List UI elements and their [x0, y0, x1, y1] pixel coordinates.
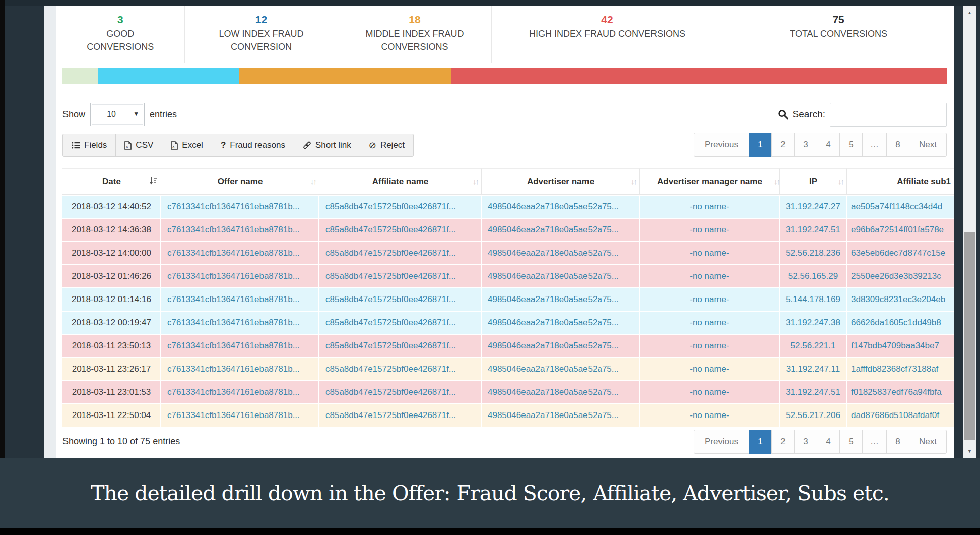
page-button-5[interactable]: 5: [839, 133, 863, 157]
page-button-8[interactable]: 8: [886, 133, 909, 157]
offer-link[interactable]: c7613341cfb13647161eba8781b...: [161, 335, 319, 357]
stat-label: TOTAL CONVERSIONS: [743, 27, 934, 40]
offer-link[interactable]: c7613341cfb13647161eba8781b...: [161, 265, 319, 287]
fields-button[interactable]: Fields: [62, 134, 116, 157]
ip-link[interactable]: 52.56.165.29: [780, 265, 847, 287]
reject-button[interactable]: ⊘ Reject: [360, 134, 414, 157]
page-button-1[interactable]: 1: [749, 430, 772, 454]
ip-link[interactable]: 5.144.178.169: [780, 288, 847, 311]
manager-link[interactable]: -no name-: [640, 219, 780, 241]
score-segment-middle-fraud: [239, 68, 451, 84]
advertiser-link[interactable]: 4985046eaa2a718e0a5ae52a75...: [482, 381, 640, 403]
column-header-date[interactable]: Date: [62, 168, 161, 195]
sub1-link[interactable]: dad87686d5108afdaf0f: [847, 404, 954, 427]
column-header-offer-name[interactable]: Offer name ↓↑: [161, 168, 319, 195]
manager-link[interactable]: -no name-: [640, 404, 780, 427]
ip-link[interactable]: 52.56.221.1: [780, 335, 847, 357]
page-button-2[interactable]: 2: [771, 133, 795, 157]
stat-value: 12: [205, 13, 318, 26]
sub1-link[interactable]: 66626da1605c1dd49b8: [847, 312, 954, 334]
offer-link[interactable]: c7613341cfb13647161eba8781b...: [161, 312, 319, 334]
search-input[interactable]: [830, 103, 947, 127]
column-header-advertiser-name[interactable]: Advertiser name ↓↑: [482, 168, 640, 195]
offer-link[interactable]: c7613341cfb13647161eba8781b...: [161, 288, 319, 311]
offer-link[interactable]: c7613341cfb13647161eba8781b...: [161, 358, 319, 380]
page-button-1[interactable]: 1: [749, 133, 772, 157]
csv-export-button[interactable]: x CSV: [115, 134, 162, 157]
page-button-5[interactable]: 5: [839, 430, 863, 454]
manager-link[interactable]: -no name-: [640, 358, 780, 380]
previous-page-button[interactable]: Previous: [694, 133, 749, 157]
advertiser-link[interactable]: 4985046eaa2a718e0a5ae52a75...: [482, 242, 640, 264]
next-page-button[interactable]: Next: [909, 430, 947, 454]
scroll-down-icon[interactable]: ▼: [963, 445, 976, 458]
ip-link[interactable]: 52.56.217.206: [780, 404, 847, 427]
advertiser-link[interactable]: 4985046eaa2a718e0a5ae52a75...: [482, 196, 640, 218]
offer-link[interactable]: c7613341cfb13647161eba8781b...: [161, 219, 319, 241]
affiliate-link[interactable]: c85a8db47e15725bf0ee426871f...: [319, 358, 482, 380]
advertiser-link[interactable]: 4985046eaa2a718e0a5ae52a75...: [482, 312, 640, 334]
affiliate-link[interactable]: c85a8db47e15725bf0ee426871f...: [319, 288, 482, 311]
ip-link[interactable]: 31.192.247.11: [780, 358, 847, 380]
manager-link[interactable]: -no name-: [640, 265, 780, 287]
offer-link[interactable]: c7613341cfb13647161eba8781b...: [161, 196, 319, 218]
fraud-reasons-button[interactable]: ? Fraud reasons: [212, 134, 294, 157]
page-button-3[interactable]: 3: [794, 430, 817, 454]
advertiser-link[interactable]: 4985046eaa2a718e0a5ae52a75...: [482, 358, 640, 380]
affiliate-link[interactable]: c85a8db47e15725bf0ee426871f...: [319, 219, 482, 241]
affiliate-link[interactable]: c85a8db47e15725bf0ee426871f...: [319, 404, 482, 427]
manager-link[interactable]: -no name-: [640, 242, 780, 264]
table-row: 2018-03-12 14:00:00 c7613341cfb13647161e…: [62, 242, 954, 264]
affiliate-link[interactable]: c85a8db47e15725bf0ee426871f...: [319, 312, 482, 334]
affiliate-link[interactable]: c85a8db47e15725bf0ee426871f...: [319, 196, 482, 218]
column-header-advertiser-manager-name[interactable]: Advertiser manager name ↓↑: [640, 168, 780, 195]
advertiser-link[interactable]: 4985046eaa2a718e0a5ae52a75...: [482, 288, 640, 311]
affiliate-link[interactable]: c85a8db47e15725bf0ee426871f...: [319, 265, 482, 287]
sub1-link[interactable]: f147bdb4709baa34be7: [847, 335, 954, 357]
column-header-ip[interactable]: IP ↓↑: [780, 168, 847, 195]
offer-link[interactable]: c7613341cfb13647161eba8781b...: [161, 404, 319, 427]
ip-link[interactable]: 31.192.247.51: [780, 381, 847, 403]
manager-link[interactable]: -no name-: [640, 335, 780, 357]
offer-link[interactable]: c7613341cfb13647161eba8781b...: [161, 242, 319, 264]
sub1-link[interactable]: 2550ee26d3e3b39213c: [847, 265, 954, 287]
table-row: 2018-03-11 23:26:17 c7613341cfb13647161e…: [62, 358, 954, 380]
affiliate-link[interactable]: c85a8db47e15725bf0ee426871f...: [319, 242, 482, 264]
manager-link[interactable]: -no name-: [640, 381, 780, 403]
ip-link[interactable]: 31.192.247.27: [780, 196, 847, 218]
advertiser-link[interactable]: 4985046eaa2a718e0a5ae52a75...: [482, 265, 640, 287]
previous-page-button[interactable]: Previous: [694, 430, 749, 454]
manager-link[interactable]: -no name-: [640, 196, 780, 218]
page-size-select[interactable]: 10 ▼: [90, 103, 145, 126]
advertiser-link[interactable]: 4985046eaa2a718e0a5ae52a75...: [482, 335, 640, 357]
next-page-button[interactable]: Next: [909, 133, 947, 157]
manager-link[interactable]: -no name-: [640, 312, 780, 334]
affiliate-link[interactable]: c85a8db47e15725bf0ee426871f...: [319, 335, 482, 357]
scroll-up-icon[interactable]: ▲: [963, 6, 976, 19]
page-button-4[interactable]: 4: [817, 430, 840, 454]
ip-link[interactable]: 31.192.247.51: [780, 219, 847, 241]
page-button-4[interactable]: 4: [817, 133, 840, 157]
excel-export-button[interactable]: x Excel: [162, 134, 212, 157]
short-link-button[interactable]: Short link: [294, 134, 360, 157]
affiliate-link[interactable]: c85a8db47e15725bf0ee426871f...: [319, 381, 482, 403]
sub1-link[interactable]: 3d8309c8231ec3e204eb: [847, 288, 954, 311]
sub1-link[interactable]: f01825837edf76a94fbfa: [847, 381, 954, 403]
page-button-3[interactable]: 3: [794, 133, 817, 157]
manager-link[interactable]: -no name-: [640, 288, 780, 311]
sub1-link[interactable]: ae505a74f1148cc34d4d: [847, 196, 954, 218]
column-header-affiliate-name[interactable]: Affiliate name ↓↑: [319, 168, 482, 195]
advertiser-link[interactable]: 4985046eaa2a718e0a5ae52a75...: [482, 404, 640, 427]
vertical-scrollbar[interactable]: ▲ ▼: [963, 6, 976, 458]
page-button-8[interactable]: 8: [886, 430, 909, 454]
offer-link[interactable]: c7613341cfb13647161eba8781b...: [161, 381, 319, 403]
sub1-link[interactable]: e96b6a72514ff01fa578e: [847, 219, 954, 241]
page-button-2[interactable]: 2: [771, 430, 795, 454]
column-header-affiliate-sub1[interactable]: Affiliate sub1: [847, 168, 954, 195]
scrollbar-thumb[interactable]: [964, 232, 975, 440]
sub1-link[interactable]: 1afffdb82368cf73188af: [847, 358, 954, 380]
advertiser-link[interactable]: 4985046eaa2a718e0a5ae52a75...: [482, 219, 640, 241]
ip-link[interactable]: 31.192.247.38: [780, 312, 847, 334]
sub1-link[interactable]: 63e5eb6dec7d8747c15e: [847, 242, 954, 264]
ip-link[interactable]: 52.56.218.236: [780, 242, 847, 264]
